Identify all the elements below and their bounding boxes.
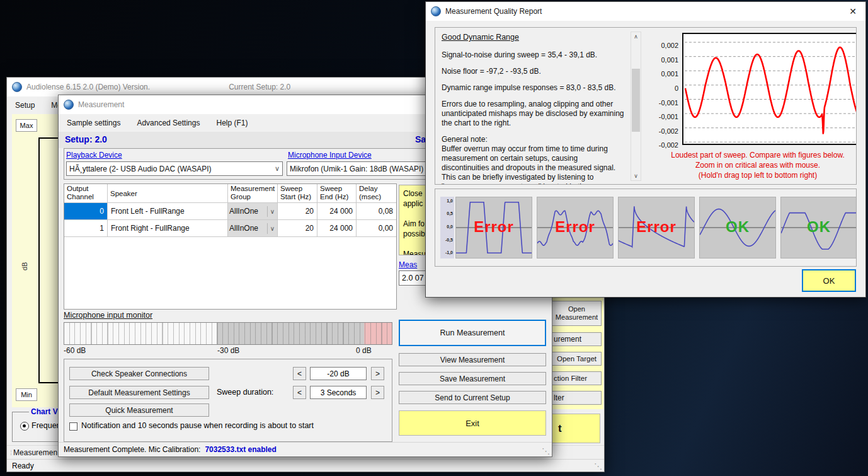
measurement-statusbar: Measurement Complete. Mic Calibration: 7…	[59, 442, 552, 456]
table-row-cell-sweep-start[interactable]: 20	[278, 203, 317, 220]
check-speaker-connections-button[interactable]: Check Speaker Connections	[69, 367, 209, 380]
scroll-up-icon[interactable]: ∧	[631, 33, 641, 40]
duration-increase-button[interactable]: >	[371, 386, 384, 399]
sweep-duration-label: Sweep duration:	[217, 388, 273, 397]
measurement-resize-grip[interactable]: ⋱	[542, 446, 550, 456]
scrollbar-thumb[interactable]	[632, 69, 640, 132]
example-label-ok: OK	[726, 218, 750, 236]
table-row-cell-sweep-start[interactable]: 20	[278, 220, 317, 237]
quick-measurement-button[interactable]: Quick Measurement	[69, 403, 209, 417]
table-row-cell-speaker[interactable]: Front Left - FullRange	[108, 203, 228, 220]
table-row-cell-sweep-end[interactable]: 24 000	[317, 220, 357, 237]
level-increase-button[interactable]: >	[371, 367, 384, 380]
menu-setup[interactable]: Setup	[7, 101, 43, 110]
open-measurement-button[interactable]: Open Measurement	[552, 301, 602, 326]
sweep-waveform	[683, 34, 857, 144]
y-tick-label: 0,001	[648, 70, 678, 78]
y-tick-label: 0	[648, 84, 678, 92]
duration-value-field[interactable]: 3 Seconds	[310, 386, 367, 399]
main-resize-grip[interactable]: ⋱	[594, 461, 602, 471]
menu-advanced-settings[interactable]: Advanced Settings	[128, 119, 208, 127]
exit-button[interactable]: Exit	[399, 410, 546, 436]
example-label-ok: OK	[807, 218, 831, 236]
y-tick-label: 0,001	[648, 56, 678, 64]
report-summary-panel: Good Dynamic Range Signal-to-noise durin…	[435, 27, 857, 185]
playback-device-value: HÃ¸yttalere (2- USB Audio DAC (WASAPI)	[69, 165, 212, 173]
toolbar-drag-handle[interactable]: ⁞	[10, 449, 11, 456]
example-figure-4: OK	[699, 197, 776, 258]
example-y-tick-label: 1,0	[447, 199, 453, 203]
ok-button[interactable]: OK	[802, 269, 856, 292]
col-header-output-channel: Output Channel	[64, 184, 108, 203]
chart-caption-line3: (Hold'n drag top left to bottom right)	[649, 170, 857, 180]
open-target-button[interactable]: Open Target	[552, 352, 602, 366]
main-chart-y-axis-label: dB	[21, 262, 28, 270]
frequency-radio[interactable]	[20, 422, 29, 431]
table-row-cell-speaker[interactable]: Front Right - FullRange	[108, 220, 228, 237]
max-button[interactable]: Max	[16, 119, 37, 132]
correction-filter-button-clipped[interactable]: ction Filter	[552, 371, 602, 385]
run-measurement-button[interactable]: Run Measurement	[399, 320, 546, 346]
main-status-text: Ready	[12, 461, 34, 470]
save-measurement-button[interactable]: Save Measurement	[399, 372, 546, 385]
mic-device-link[interactable]: Microphone Input Device	[288, 151, 372, 160]
scroll-down-icon[interactable]: ∨	[631, 173, 641, 179]
example-y-tick-label: -0,5	[445, 238, 453, 242]
main-toolbar-text[interactable]: Measuremen	[13, 448, 57, 457]
menu-sample-settings[interactable]: Sample settings	[59, 119, 128, 127]
send-to-current-setup-button[interactable]: Send to Current Setup	[399, 391, 546, 404]
default-measurement-settings-button[interactable]: Default Measurement Settings	[69, 386, 209, 399]
min-button[interactable]: Min	[16, 388, 37, 401]
measurement-window-title: Measurement	[78, 100, 124, 109]
group-value: AllInOne	[229, 224, 258, 233]
report-scrollbar[interactable]: ∧ ∨	[631, 32, 641, 181]
measurement-name-link[interactable]: Meas	[399, 260, 417, 269]
report-paragraph: Dynamic range impulse responses = 83,0 -…	[442, 83, 625, 93]
example-y-tick-label: -1,0	[445, 250, 453, 255]
menu-help[interactable]: Help (F1)	[208, 119, 256, 127]
col-header-measurement-group: Measurement Group	[228, 184, 278, 203]
table-row-cell-sweep-end[interactable]: 24 000	[317, 203, 357, 220]
table-row-group-combo[interactable]: AllInOne ∨	[228, 220, 278, 237]
y-tick-label: -0,002	[648, 127, 678, 135]
example-label-error: Error	[474, 218, 514, 236]
report-text-column: Good Dynamic Range Signal-to-noise durin…	[442, 33, 625, 185]
y-tick-label: -0,002	[648, 141, 678, 149]
chart-caption-line2: Zoom in on critical areas with mouse.	[649, 160, 857, 170]
setup-label: Setup: 2.0	[65, 134, 107, 144]
duration-decrease-button[interactable]: <	[293, 386, 306, 399]
level-decrease-button[interactable]: <	[293, 367, 306, 380]
report-paragraph: General note:	[442, 135, 625, 144]
sweep-chart[interactable]	[682, 33, 857, 145]
notification-checkbox[interactable]	[69, 422, 77, 431]
example-figure-5: OK	[780, 197, 857, 258]
table-row-cell-channel[interactable]: 0	[64, 203, 108, 220]
main-window-current-setup: Current Setup: 2.0	[229, 83, 290, 91]
report-paragraph: Noise floor = -97,2 - -93,5 dB.	[442, 67, 625, 76]
setup-right-fragment: Sa	[415, 134, 426, 144]
table-row-cell-delay[interactable]: 0,00	[357, 220, 396, 237]
close-icon[interactable]: ✕	[845, 6, 860, 16]
report-app-icon	[431, 6, 441, 16]
table-row-cell-delay[interactable]: 0,08	[357, 203, 396, 220]
table-row-cell-channel[interactable]: 1	[64, 220, 108, 237]
y-tick-label: 0,002	[648, 42, 678, 49]
col-header-sweep-start: Sweep Start (Hz)	[278, 184, 317, 203]
example-figure-3: Error	[618, 197, 695, 258]
col-header-delay: Delay (msec)	[357, 184, 396, 203]
example-figure-2: Error	[537, 197, 614, 258]
save-measurement-button-clipped[interactable]: urement	[552, 332, 602, 346]
table-row-group-combo[interactable]: AllInOne ∨	[228, 203, 278, 220]
sweep-chart-y-ticks: 0,0020,0010,0010-0,001-0,001-0,002-0,002	[647, 33, 678, 145]
example-label-error: Error	[636, 218, 677, 236]
audiolense-app-icon	[12, 82, 22, 92]
notification-checkbox-label: Notification and 10 seconds pause when r…	[81, 421, 314, 430]
report-paragraph: Errors due to resampling, analog clippin…	[442, 100, 625, 128]
view-measurement-button[interactable]: View Measurement	[399, 353, 546, 366]
save-filter-button-clipped[interactable]: lter	[552, 391, 602, 405]
playback-device-combo[interactable]: HÃ¸yttalere (2- USB Audio DAC (WASAPI) ∨	[66, 161, 283, 176]
level-value-field[interactable]: -20 dB	[310, 367, 367, 380]
frequency-radio-label: Frequen	[31, 421, 61, 430]
playback-device-link[interactable]: Playback Device	[66, 151, 122, 160]
report-titlebar[interactable]: Measurement Quality Report ✕	[426, 2, 865, 21]
